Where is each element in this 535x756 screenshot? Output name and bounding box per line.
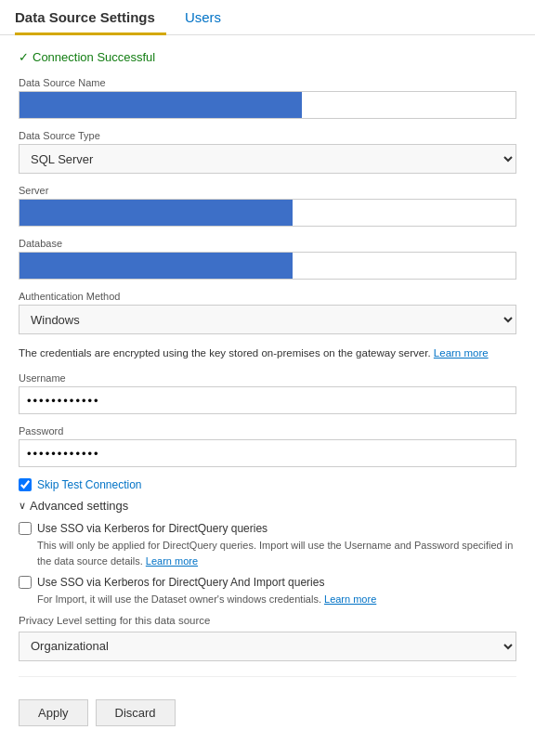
server-group: Server — [19, 185, 516, 227]
data-source-type-select[interactable]: SQL Server Oracle MySQL PostgreSQL — [19, 144, 516, 174]
check-icon: ✓ — [19, 50, 29, 64]
sso-kerberos-import-desc: For Import, it will use the Dataset owne… — [37, 592, 516, 607]
auth-method-select[interactable]: Windows Basic OAuth2 — [19, 305, 516, 334]
username-input[interactable] — [19, 386, 516, 414]
skip-test-connection-row: Skip Test Connection — [19, 478, 516, 491]
data-source-type-label: Data Source Type — [19, 130, 516, 141]
discard-button[interactable]: Discard — [96, 699, 176, 726]
skip-test-connection-label: Skip Test Connection — [37, 478, 142, 491]
main-content: ✓ Connection Successful Data Source Name… — [0, 46, 535, 745]
password-input[interactable] — [19, 439, 516, 467]
divider — [19, 676, 516, 677]
sso-kerberos-directquery-learn-more[interactable]: Learn more — [146, 555, 198, 567]
connection-status-text: Connection Successful — [33, 50, 155, 64]
auth-method-label: Authentication Method — [19, 291, 516, 302]
privacy-level-label: Privacy Level setting for this data sour… — [19, 615, 516, 626]
sso-kerberos-import-checkbox[interactable] — [19, 576, 32, 589]
server-fill — [20, 200, 293, 226]
database-group: Database — [19, 238, 516, 280]
tab-users[interactable]: Users — [185, 0, 232, 35]
button-row: Apply Discard — [19, 692, 516, 730]
server-input[interactable] — [19, 199, 516, 227]
advanced-settings-section: ∨ Advanced settings Use SSO via Kerberos… — [19, 499, 516, 661]
advanced-settings-label: Advanced settings — [30, 499, 128, 513]
sso-checkbox-row-2: Use SSO via Kerberos for DirectQuery And… — [19, 576, 516, 589]
database-label: Database — [19, 238, 516, 249]
data-source-name-fill — [20, 92, 302, 118]
password-label: Password — [19, 425, 516, 437]
sso-kerberos-directquery-label: Use SSO via Kerberos for DirectQuery que… — [37, 522, 268, 535]
sso-option-1: Use SSO via Kerberos for DirectQuery que… — [19, 522, 516, 568]
skip-test-connection-checkbox[interactable] — [19, 478, 32, 491]
data-source-name-input[interactable] — [19, 91, 516, 119]
connection-status: ✓ Connection Successful — [19, 50, 516, 64]
tab-bar: Data Source Settings Users — [0, 0, 535, 35]
chevron-up-icon: ∨ — [19, 500, 26, 512]
sso-kerberos-import-desc-text: For Import, it will use the Dataset owne… — [37, 593, 321, 605]
sso-kerberos-directquery-desc-text: This will only be applied for DirectQuer… — [37, 540, 513, 567]
sso-kerberos-import-label: Use SSO via Kerberos for DirectQuery And… — [37, 576, 324, 589]
username-group: Username — [19, 372, 516, 414]
sso-option-2: Use SSO via Kerberos for DirectQuery And… — [19, 576, 516, 607]
sso-checkbox-row-1: Use SSO via Kerberos for DirectQuery que… — [19, 522, 516, 535]
database-input[interactable] — [19, 252, 516, 280]
server-label: Server — [19, 185, 516, 196]
credentials-info-text: The credentials are encrypted using the … — [19, 347, 431, 358]
sso-kerberos-directquery-checkbox[interactable] — [19, 522, 32, 535]
apply-button[interactable]: Apply — [19, 699, 88, 726]
advanced-settings-header[interactable]: ∨ Advanced settings — [19, 499, 516, 513]
data-source-type-group: Data Source Type SQL Server Oracle MySQL… — [19, 130, 516, 174]
privacy-level-select[interactable]: None Private Organizational Public — [19, 632, 516, 661]
privacy-level-group: Privacy Level setting for this data sour… — [19, 615, 516, 661]
auth-method-group: Authentication Method Windows Basic OAut… — [19, 291, 516, 334]
credentials-info: The credentials are encrypted using the … — [19, 345, 516, 361]
data-source-name-group: Data Source Name — [19, 77, 516, 119]
data-source-name-label: Data Source Name — [19, 77, 516, 88]
username-label: Username — [19, 372, 516, 384]
sso-kerberos-import-learn-more[interactable]: Learn more — [324, 593, 376, 605]
tab-data-source-settings[interactable]: Data Source Settings — [15, 0, 166, 35]
password-group: Password — [19, 425, 516, 467]
database-fill — [20, 253, 293, 279]
sso-kerberos-directquery-desc: This will only be applied for DirectQuer… — [37, 538, 516, 568]
credentials-learn-more-link[interactable]: Learn more — [434, 347, 489, 358]
